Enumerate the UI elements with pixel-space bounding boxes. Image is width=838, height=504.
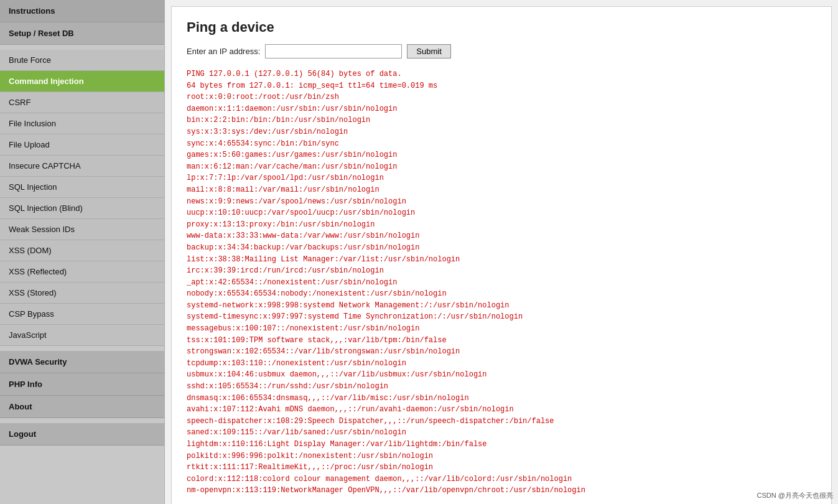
page-title: Ping a device (187, 19, 816, 35)
sidebar-item-file-upload[interactable]: File Upload (0, 134, 164, 156)
sidebar-item-brute-force[interactable]: Brute Force (0, 50, 164, 71)
php-info-btn[interactable]: PHP Info (0, 373, 164, 396)
setup-reset-btn[interactable]: Setup / Reset DB (0, 22, 164, 45)
main-content: Ping a device Enter an IP address: Submi… (165, 0, 838, 504)
sidebar-item-insecure-captcha[interactable]: Insecure CAPTCHA (0, 156, 164, 177)
ip-input[interactable] (265, 44, 402, 58)
sidebar-bottom: DVWA Security PHP Info About (0, 351, 164, 418)
sidebar-item-csp-bypass[interactable]: CSP Bypass (0, 304, 164, 325)
sidebar-item-xss-reflected[interactable]: XSS (Reflected) (0, 261, 164, 282)
sidebar-item-sql-injection[interactable]: SQL Injection (0, 177, 164, 198)
output-area: PING 127.0.0.1 (127.0.0.1) 56(84) bytes … (187, 68, 816, 497)
ip-form: Enter an IP address: Submit (187, 44, 816, 58)
ip-label: Enter an IP address: (187, 47, 260, 56)
instructions-btn[interactable]: Instructions (0, 0, 164, 22)
sidebar-item-weak-session-ids[interactable]: Weak Session IDs (0, 219, 164, 240)
content-box: Ping a device Enter an IP address: Submi… (171, 6, 832, 504)
sidebar-item-xss-dom[interactable]: XSS (DOM) (0, 240, 164, 261)
sidebar-item-sql-injection-blind[interactable]: SQL Injection (Blind) (0, 198, 164, 219)
sidebar: Instructions Setup / Reset DB Brute Forc… (0, 0, 165, 504)
submit-button[interactable]: Submit (407, 44, 450, 58)
sidebar-item-csrf[interactable]: CSRF (0, 92, 164, 113)
dvwa-security-btn[interactable]: DVWA Security (0, 351, 164, 373)
sidebar-item-javascript[interactable]: JavaScript (0, 325, 164, 346)
sidebar-nav: Brute Force Command Injection CSRF File … (0, 50, 164, 346)
about-btn[interactable]: About (0, 396, 164, 418)
logout-btn[interactable]: Logout (0, 423, 164, 446)
sidebar-top-section: Instructions Setup / Reset DB (0, 0, 164, 45)
sidebar-item-xss-stored[interactable]: XSS (Stored) (0, 282, 164, 304)
sidebar-logout-section: Logout (0, 423, 164, 446)
sidebar-item-command-injection[interactable]: Command Injection (0, 71, 164, 92)
sidebar-item-file-inclusion[interactable]: File Inclusion (0, 113, 164, 134)
